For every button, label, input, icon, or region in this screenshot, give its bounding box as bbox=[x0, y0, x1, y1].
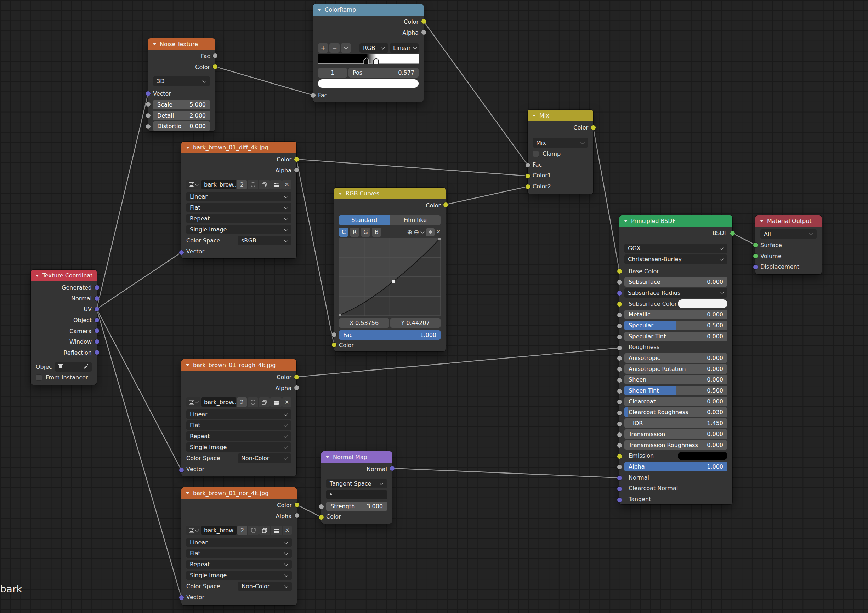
socket-texcoord-object-output[interactable] bbox=[94, 317, 99, 323]
socket-principled-transmission-roughness-input[interactable] bbox=[617, 443, 622, 448]
clearcoat-roughness-slider[interactable]: Clearcoat Roughness0.030 bbox=[625, 407, 727, 417]
socket-diff-vector-input[interactable] bbox=[179, 250, 184, 255]
node-header-principled-bsdf[interactable]: Principled BSDF bbox=[619, 215, 732, 227]
socket-curves-color-input[interactable] bbox=[332, 342, 337, 348]
node-header-image-diff[interactable]: bark_brown_01_diff_4k.jpg bbox=[181, 142, 296, 153]
open-image-button[interactable] bbox=[270, 398, 282, 407]
interpolation-dropdown[interactable]: Linear bbox=[186, 410, 291, 419]
socket-colorramp-fac-input[interactable] bbox=[311, 93, 316, 98]
socket-principled-alpha-input[interactable] bbox=[617, 464, 622, 470]
socket-nor-color-output[interactable] bbox=[294, 502, 299, 508]
socket-principled-tangent-input[interactable] bbox=[617, 497, 622, 503]
color-mode-dropdown[interactable]: RGB bbox=[360, 43, 389, 53]
point-x-field[interactable]: X 0.53756 bbox=[339, 318, 389, 328]
subsurface-color-swatch[interactable] bbox=[678, 299, 727, 308]
transmission-roughness-slider[interactable]: Transmission Roughness0.000 bbox=[625, 440, 727, 450]
projection-dropdown[interactable]: Flat bbox=[186, 203, 291, 212]
stop-position-field[interactable]: Pos0.577 bbox=[349, 68, 418, 77]
socket-texcoord-reflection-output[interactable] bbox=[94, 350, 99, 355]
image-name-field[interactable]: bark_brow.. bbox=[201, 526, 237, 535]
ior-slider[interactable]: IOR1.450 bbox=[625, 418, 727, 428]
channel-c-button[interactable]: C bbox=[339, 228, 349, 237]
channel-r-button[interactable]: R bbox=[350, 228, 360, 237]
extension-dropdown[interactable]: Repeat bbox=[186, 214, 291, 223]
chevron-down-icon[interactable] bbox=[421, 230, 425, 234]
subsurface-radius-dropdown[interactable]: Subsurface Radius bbox=[625, 288, 727, 298]
projection-dropdown[interactable]: Flat bbox=[186, 421, 291, 430]
curve-handle-end[interactable] bbox=[439, 238, 440, 240]
clamp-checkbox[interactable] bbox=[533, 151, 539, 157]
image-name-field[interactable]: bark_brow.. bbox=[201, 180, 236, 189]
curve-handle-selected[interactable] bbox=[392, 280, 395, 283]
socket-rough-alpha-output[interactable] bbox=[294, 385, 299, 390]
stop-index-field[interactable]: 1 bbox=[318, 68, 347, 77]
new-image-button[interactable] bbox=[259, 398, 270, 407]
image-browse-dropdown[interactable] bbox=[186, 180, 200, 189]
socket-noise-detail-input[interactable] bbox=[146, 113, 151, 118]
distribution-dropdown[interactable]: GGX bbox=[625, 243, 727, 253]
socket-principled-metallic-input[interactable] bbox=[617, 313, 622, 318]
source-dropdown[interactable]: Single Image bbox=[186, 571, 292, 580]
socket-mix-color-output[interactable] bbox=[591, 125, 596, 130]
anisotropic-rotation-slider[interactable]: Anisotropic Rotation0.000 bbox=[625, 364, 727, 374]
transmission-slider[interactable]: Transmission0.000 bbox=[625, 429, 727, 439]
specular-slider[interactable]: Specular0.500 bbox=[625, 320, 727, 330]
anisotropic-slider[interactable]: Anisotropic0.000 bbox=[625, 353, 727, 363]
color-ramp-gradient[interactable] bbox=[318, 54, 418, 64]
socket-normalmap-strength-input[interactable] bbox=[319, 504, 324, 509]
delete-point-icon[interactable]: ✕ bbox=[436, 229, 440, 235]
socket-principled-clearcoat-roughness-input[interactable] bbox=[617, 410, 622, 415]
socket-principled-normal-input[interactable] bbox=[617, 475, 622, 481]
node-header-image-nor[interactable]: bark_brown_01_nor_4k.jpg bbox=[181, 488, 297, 499]
image-browse-dropdown[interactable] bbox=[186, 526, 200, 535]
metallic-slider[interactable]: Metallic0.000 bbox=[625, 310, 727, 319]
tab-film-like[interactable]: Film like bbox=[390, 215, 441, 225]
projection-dropdown[interactable]: Flat bbox=[186, 549, 292, 558]
tab-standard[interactable]: Standard bbox=[339, 215, 390, 225]
socket-mix-color1-input[interactable] bbox=[525, 173, 530, 179]
open-image-button[interactable] bbox=[270, 180, 282, 189]
node-header-noise-texture[interactable]: Noise Texture bbox=[148, 38, 215, 50]
socket-noise-fac-output[interactable] bbox=[212, 53, 218, 59]
extension-dropdown[interactable]: Repeat bbox=[186, 560, 292, 569]
socket-principled-clearcoat-normal-input[interactable] bbox=[617, 486, 622, 492]
socket-noise-color-output[interactable] bbox=[212, 64, 218, 70]
image-name-field[interactable]: bark_brow.. bbox=[201, 398, 236, 407]
sheen-slider[interactable]: Sheen0.000 bbox=[625, 375, 727, 384]
socket-diff-color-output[interactable] bbox=[294, 157, 299, 162]
node-header-colorramp[interactable]: ColorRamp bbox=[313, 4, 423, 15]
socket-rough-color-output[interactable] bbox=[294, 375, 299, 380]
node-header-mix[interactable]: Mix bbox=[528, 110, 593, 121]
socket-nor-vector-input[interactable] bbox=[179, 595, 184, 600]
socket-noise-vector-input[interactable] bbox=[146, 91, 151, 96]
socket-normalmap-color-input[interactable] bbox=[319, 515, 324, 520]
stop-color-swatch[interactable] bbox=[318, 79, 418, 88]
socket-principled-transmission-input[interactable] bbox=[617, 432, 622, 438]
curve-widget[interactable] bbox=[339, 238, 440, 316]
interpolation-dropdown[interactable]: Linear bbox=[186, 538, 292, 547]
sample-point-button[interactable] bbox=[426, 228, 434, 236]
zoom-in-icon[interactable]: ⊕ bbox=[407, 229, 412, 235]
socket-principled-specular-tint-input[interactable] bbox=[617, 334, 622, 340]
color-space-dropdown[interactable]: sRGB bbox=[238, 236, 291, 245]
interpolation-dropdown[interactable]: Linear bbox=[186, 192, 291, 201]
fake-user-button[interactable] bbox=[248, 398, 258, 407]
source-dropdown[interactable]: Single Image bbox=[186, 225, 291, 234]
socket-rough-vector-input[interactable] bbox=[179, 467, 184, 473]
fake-user-button[interactable] bbox=[248, 180, 258, 189]
from-instancer-checkbox[interactable] bbox=[36, 375, 42, 381]
scale-slider[interactable]: Scale5.000 bbox=[153, 100, 210, 109]
color-space-dropdown[interactable]: Non-Color bbox=[238, 454, 291, 463]
socket-texcoord-uv-output[interactable] bbox=[94, 306, 99, 312]
image-users-count[interactable]: 2 bbox=[237, 398, 247, 407]
socket-noise-distortion-input[interactable] bbox=[146, 124, 151, 129]
socket-diff-alpha-output[interactable] bbox=[294, 167, 299, 173]
alpha-slider[interactable]: Alpha1.000 bbox=[625, 462, 727, 471]
socket-output-volume-input[interactable] bbox=[753, 254, 758, 259]
socket-output-surface-input[interactable] bbox=[753, 242, 758, 248]
unlink-image-button[interactable]: ✕ bbox=[283, 526, 292, 535]
eyedropper-icon[interactable] bbox=[83, 364, 89, 370]
ramp-options-dropdown[interactable] bbox=[341, 43, 351, 53]
node-header-material-output[interactable]: Material Output bbox=[755, 215, 822, 227]
image-browse-dropdown[interactable] bbox=[186, 398, 200, 407]
